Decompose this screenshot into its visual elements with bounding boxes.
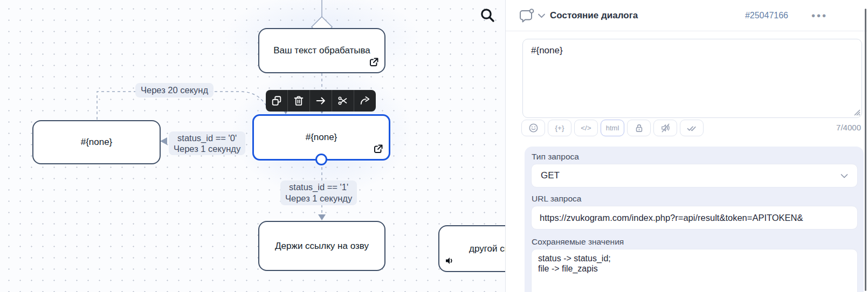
- arrow-right-icon: [315, 95, 327, 107]
- edge-cond0-line2: Через 1 секунду: [174, 143, 240, 154]
- variable-button-label: {+}: [555, 124, 564, 132]
- search-icon[interactable]: [479, 7, 495, 23]
- smiley-icon: [528, 123, 539, 133]
- more-menu-button[interactable]: •••: [811, 10, 828, 22]
- node-selected[interactable]: #{none}: [252, 114, 390, 161]
- request-type-label: Тип запроса: [532, 152, 579, 162]
- node-top[interactable]: Ваш текст обрабатыва: [258, 28, 385, 73]
- trash-icon: [293, 95, 305, 107]
- request-type-value: GET: [541, 170, 560, 181]
- node-selected-label: #{none}: [306, 132, 337, 143]
- scissors-icon: [337, 95, 349, 107]
- message-toolbar: {+} </> html: [521, 120, 704, 136]
- speaker-icon: [445, 256, 454, 266]
- request-url-input[interactable]: https://zvukogram.com/index.php?r=api/re…: [531, 206, 858, 230]
- saved-values-input[interactable]: status -> status_id; file -> file_zapis: [531, 249, 858, 292]
- node-left[interactable]: #{none}: [32, 120, 161, 164]
- connection-handle[interactable]: [315, 154, 327, 165]
- node-left-label: #{none}: [81, 137, 113, 148]
- move-button[interactable]: [310, 90, 332, 112]
- speaker-off-icon: [660, 122, 671, 134]
- chevron-down-icon: [841, 173, 848, 179]
- variable-button[interactable]: {+}: [548, 120, 571, 136]
- node-audio-label: другой сп: [469, 226, 505, 271]
- copy-button[interactable]: [266, 90, 288, 112]
- mute-button[interactable]: [653, 120, 677, 136]
- message-text-input[interactable]: #{none}: [522, 39, 862, 118]
- cut-button[interactable]: [332, 90, 354, 112]
- external-link-icon[interactable]: [373, 144, 383, 155]
- node-action-toolbar: [266, 90, 376, 112]
- edge-label-cond1[interactable]: status_id == '1' Через 1 секунду: [280, 180, 357, 205]
- panel-scrollbar[interactable]: [865, 9, 866, 291]
- code-button-label: </>: [581, 124, 591, 132]
- copy-icon: [271, 95, 283, 107]
- delete-button[interactable]: [288, 90, 310, 112]
- chevron-down-icon[interactable]: [538, 13, 546, 19]
- read-receipt-button[interactable]: [680, 120, 704, 136]
- char-counter: 7/4000: [836, 123, 861, 132]
- edge-label-cond0[interactable]: status_id == '0' Через 1 секунду: [169, 131, 245, 155]
- state-editor-panel: Состояние диалога #25047166 ••• #{none} …: [505, 0, 868, 292]
- panel-header: Состояние диалога #25047166 •••: [506, 0, 868, 31]
- flow-editor: Через 20 секунд status_id == '0' Через 1…: [0, 0, 868, 292]
- edge-label-delay[interactable]: Через 20 секунд: [135, 83, 213, 98]
- flow-canvas[interactable]: Через 20 секунд status_id == '0' Через 1…: [0, 0, 505, 292]
- edge-cond0-line1: status_id == '0': [174, 133, 240, 143]
- emoji-button[interactable]: [521, 120, 545, 136]
- lock-button[interactable]: [627, 120, 651, 136]
- code-button[interactable]: </>: [574, 120, 598, 136]
- request-settings-card: Тип запроса GET URL запроса https://zvuk…: [525, 147, 864, 292]
- double-check-icon: [686, 123, 697, 134]
- node-bottom[interactable]: Держи ссылку на озву: [258, 221, 385, 271]
- html-button-label: html: [606, 124, 619, 132]
- node-top-label: Ваш текст обрабатыва: [273, 45, 370, 56]
- dialog-state-icon: [519, 8, 535, 24]
- edge-label-delay-text: Через 20 секунд: [141, 85, 208, 95]
- external-link-icon[interactable]: [368, 57, 379, 68]
- edge-cond1-line2: Через 1 секунду: [285, 193, 352, 204]
- request-type-select[interactable]: GET: [531, 164, 858, 187]
- html-button[interactable]: html: [601, 120, 624, 136]
- lock-icon: [634, 123, 644, 133]
- saved-values-label: Сохраняемые значения: [532, 237, 624, 247]
- request-url-label: URL запроса: [532, 194, 581, 204]
- node-audio[interactable]: другой сп: [438, 225, 505, 272]
- state-id: #25047166: [745, 11, 788, 20]
- share-arrow-icon: [359, 95, 371, 107]
- panel-title: Состояние диалога: [550, 10, 638, 21]
- share-button[interactable]: [354, 90, 376, 112]
- node-bottom-label: Держи ссылку на озву: [275, 241, 369, 252]
- edge-cond1-line1: status_id == '1': [285, 182, 352, 193]
